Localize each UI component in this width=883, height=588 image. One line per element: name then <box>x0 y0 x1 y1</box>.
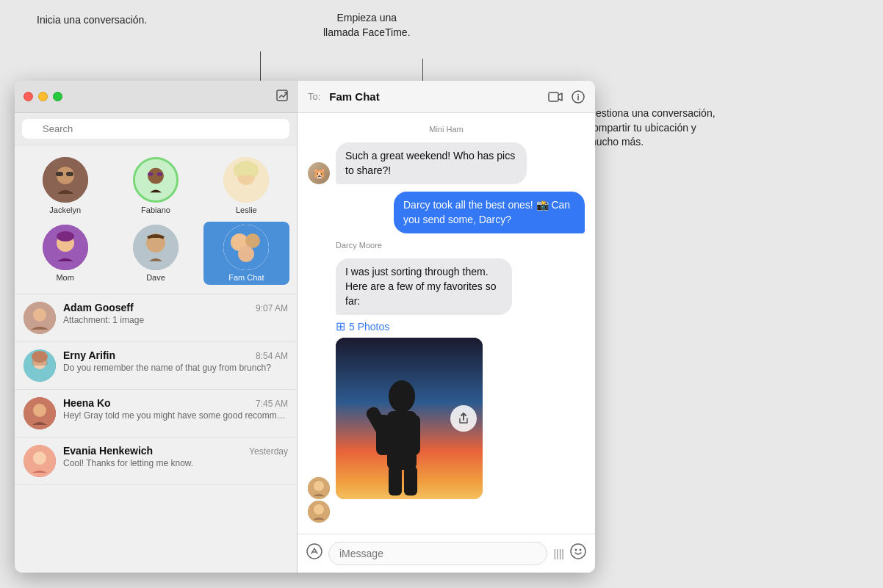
contact-name-dave: Dave <box>146 273 165 282</box>
facetime-button[interactable] <box>548 91 563 103</box>
conv-time-evania: Yesterday <box>249 446 288 457</box>
photo-preview <box>336 338 483 499</box>
svg-point-30 <box>33 404 46 417</box>
info-button[interactable] <box>572 90 585 104</box>
emoji-button[interactable] <box>570 543 586 564</box>
svg-point-16 <box>57 231 74 242</box>
app-store-button[interactable] <box>306 543 322 564</box>
conv-preview-adam: Attachment: 1 image <box>63 315 288 325</box>
minimize-button[interactable] <box>38 92 48 101</box>
chat-panel: To: Fam Chat <box>298 81 595 573</box>
conv-name-erny: Erny Arifin <box>63 349 115 361</box>
conversation-item-adam[interactable]: Adam Gooseff 9:07 AM Attachment: 1 image <box>15 294 297 342</box>
annotation-start-conversation: Inicia una conversación. <box>37 13 147 28</box>
message-bubble-3: I was just sorting through them. Here ar… <box>336 258 512 315</box>
svg-point-53 <box>580 549 582 551</box>
annotation-line-2 <box>422 59 423 84</box>
pinned-contact-famchat[interactable]: Fam Chat <box>203 222 289 285</box>
chat-header-name: Fam Chat <box>329 90 542 103</box>
svg-point-6 <box>148 168 164 184</box>
avatar-darcy <box>308 477 330 499</box>
svg-rect-8 <box>157 173 162 176</box>
annotation-facetime: Empieza una llamada FaceTime. <box>323 11 411 40</box>
waveform-icon: |||| <box>553 548 564 559</box>
sender-label-darcy: Darcy Moore <box>336 241 585 250</box>
pinned-contact-fabiano[interactable]: Fabiano <box>112 154 198 217</box>
conv-content-erny: Erny Arifin 8:54 AM Do you remember the … <box>63 349 288 373</box>
conversation-item-erny[interactable]: Erny Arifin 8:54 AM Do you remember the … <box>15 342 297 390</box>
avatar-jackelyn <box>43 157 88 203</box>
svg-point-48 <box>314 504 324 515</box>
svg-point-51 <box>571 544 585 559</box>
conv-name-heena: Heena Ko <box>63 397 111 409</box>
traffic-lights <box>24 92 62 101</box>
photo-count: ⊞ 5 Photos <box>336 319 512 333</box>
pinned-contacts: Jackelyn Fabiano <box>15 145 297 294</box>
conversation-item-evania[interactable]: Evania Henkewich Yesterday Cool! Thanks … <box>15 438 297 485</box>
message-input[interactable] <box>328 542 547 565</box>
conv-content-evania: Evania Henkewich Yesterday Cool! Thanks … <box>63 445 288 468</box>
pinned-contact-leslie[interactable]: Leslie <box>203 154 289 217</box>
messages-area: Mini Ham 🐹 Such a great weekend! Who has… <box>298 113 595 534</box>
svg-point-12 <box>234 164 242 177</box>
message-row-3: I was just sorting through them. Here ar… <box>308 258 585 499</box>
search-input[interactable] <box>22 119 289 139</box>
avatar-erny <box>24 349 56 382</box>
svg-rect-7 <box>148 173 153 176</box>
pinned-contact-mom[interactable]: Mom <box>22 222 108 285</box>
photo-attachment: ⊞ 5 Photos <box>336 319 512 499</box>
share-photo-button[interactable] <box>450 405 477 432</box>
chat-header: To: Fam Chat <box>298 81 595 113</box>
conv-time-adam: 9:07 AM <box>256 303 288 313</box>
conv-preview-erny: Do you remember the name of that guy fro… <box>63 363 288 373</box>
fullscreen-button[interactable] <box>53 92 62 101</box>
chat-input-area: |||| <box>298 534 595 573</box>
svg-rect-44 <box>389 466 402 496</box>
conversation-item-heena[interactable]: Heena Ko 7:45 AM Hey! Gray told me you m… <box>15 390 297 438</box>
compose-button[interactable] <box>276 90 288 104</box>
conv-content-heena: Heena Ko 7:45 AM Hey! Gray told me you m… <box>63 397 288 421</box>
app-window: 🔍 Jackelyn <box>15 81 595 573</box>
avatar-adam <box>24 302 56 334</box>
svg-point-40 <box>389 380 415 413</box>
svg-rect-28 <box>32 360 48 366</box>
contact-name-famchat: Fam Chat <box>228 273 264 282</box>
svg-point-21 <box>245 233 260 248</box>
pinned-contact-dave[interactable]: Dave <box>112 222 198 285</box>
sidebar-titlebar <box>15 81 297 113</box>
annotation-manage-conversation: Gestiona una conversación, compartir tu … <box>588 106 716 150</box>
message-bubble-2: Darcy took all the best ones! 📸 Can you … <box>394 192 585 233</box>
message-row-darcy-avatar <box>308 501 585 523</box>
grid-icon: ⊞ <box>336 319 345 333</box>
conv-name-evania: Evania Henkewich <box>63 445 153 457</box>
avatar-darcy-2 <box>308 501 330 523</box>
avatar-dave <box>133 225 179 270</box>
conv-time-erny: 8:54 AM <box>256 351 288 361</box>
svg-point-24 <box>33 308 46 322</box>
contact-name-fabiano: Fabiano <box>141 206 170 214</box>
conversation-list: Adam Gooseff 9:07 AM Attachment: 1 image <box>15 294 297 573</box>
avatar-leslie <box>223 157 269 203</box>
chat-header-to-label: To: <box>308 91 320 102</box>
svg-point-35 <box>577 94 579 95</box>
svg-rect-43 <box>406 415 420 455</box>
avatar-fabiano <box>133 157 179 203</box>
conv-content-adam: Adam Gooseff 9:07 AM Attachment: 1 image <box>63 302 288 325</box>
search-bar: 🔍 <box>15 113 297 145</box>
message-row-1: 🐹 Such a great weekend! Who has pics to … <box>308 142 585 184</box>
conv-preview-evania: Cool! Thanks for letting me know. <box>63 458 288 468</box>
message-bubble-1: Such a great weekend! Who has pics to sh… <box>336 142 527 184</box>
svg-rect-4 <box>66 172 73 176</box>
pinned-contact-jackelyn[interactable]: Jackelyn <box>22 154 108 217</box>
svg-point-38 <box>314 481 324 491</box>
close-button[interactable] <box>24 92 33 101</box>
svg-rect-3 <box>56 172 63 176</box>
svg-rect-33 <box>549 92 558 101</box>
avatar-heena <box>24 397 56 429</box>
svg-point-52 <box>575 549 577 551</box>
conv-preview-heena: Hey! Gray told me you might have some go… <box>63 410 288 421</box>
contact-name-jackelyn: Jackelyn <box>49 206 81 214</box>
avatar-evania <box>24 445 56 477</box>
conv-name-adam: Adam Gooseff <box>63 302 134 313</box>
avatar-famchat <box>223 225 269 270</box>
